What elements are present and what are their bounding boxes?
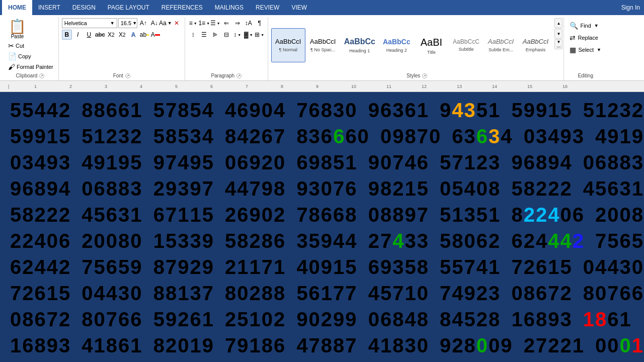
justify-button[interactable]: ⊟ <box>221 30 231 40</box>
select-arrow: ▼ <box>597 47 601 52</box>
tab-bar: HOME INSERT DESIGN PAGE LAYOUT REFERENCE… <box>0 0 644 15</box>
decrease-font-size-button[interactable]: A↓ <box>149 18 159 28</box>
styles-group: AaBbCcI ¶ Normal AaBbCcI ¶ No Spac... Aa… <box>268 17 565 80</box>
styles-label: Styles <box>407 73 420 78</box>
styles-scroll-down[interactable]: ▼ <box>554 29 562 39</box>
ruler-mark-11: 11 <box>386 84 391 89</box>
replace-icon: ⇄ <box>570 34 576 42</box>
shading-button[interactable]: ▓▼ <box>244 30 254 40</box>
increase-font-size-button[interactable]: A↑ <box>138 18 148 28</box>
style-title-preview: AaBI <box>421 36 442 49</box>
paste-label: Paste <box>11 34 24 39</box>
editing-label: Editing <box>578 73 593 78</box>
increase-indent-button[interactable]: ⇒ <box>232 18 243 28</box>
tab-design[interactable]: DESIGN <box>66 0 102 15</box>
doc-line: 59915 51232 58534 84267 836660 09870 636… <box>10 123 634 149</box>
tab-references[interactable]: REFERENCES <box>155 0 209 15</box>
paragraph-group-label: Paragraph ↗ <box>188 72 265 80</box>
paste-button[interactable]: 📋 Paste <box>5 18 30 41</box>
copy-label: Copy <box>18 53 31 59</box>
font-name-value: Helvetica <box>64 20 87 26</box>
style-subtitle-label: Subtitle <box>458 47 473 52</box>
tab-insert[interactable]: INSERT <box>32 0 66 15</box>
style-subtle-em-preview: AaBbCcI <box>488 38 514 46</box>
styles-scroll: ▲ ▼ ▼— <box>554 18 562 72</box>
ribbon: 📋 Paste ✂ Cut 📄 Copy 🖌 Format Painter <box>0 15 644 81</box>
bold-button[interactable]: B <box>62 30 72 40</box>
style-emphasis[interactable]: AaBbCcI Emphasis <box>518 28 552 62</box>
align-left-button[interactable]: ⫶ <box>188 30 198 40</box>
style-heading2-preview: AaBbCc <box>383 37 410 46</box>
ruler-content: | 1 2 3 4 5 6 7 8 9 10 11 12 13 14 15 16 <box>4 81 640 92</box>
font-name-selector[interactable]: Helvetica ▼ <box>62 18 117 28</box>
subscript-button[interactable]: X2 <box>106 30 116 40</box>
text-effect-button[interactable]: A <box>128 30 138 40</box>
sign-in[interactable]: Sign In <box>621 4 644 11</box>
replace-button[interactable]: ⇄ Replace <box>567 32 604 43</box>
format-painter-button[interactable]: 🖌 Format Painter <box>6 62 55 72</box>
ruler-mark-13: 13 <box>457 84 462 89</box>
find-label: Find <box>580 23 591 29</box>
doc-line: 96894 06883 29397 44798 93076 98215 0540… <box>10 175 634 202</box>
style-normal-label: ¶ Normal <box>279 47 297 52</box>
ruler-mark-9: 9 <box>316 84 318 89</box>
text-highlight-button[interactable]: ab <box>139 30 149 40</box>
find-button[interactable]: 🔍 Find ▼ <box>567 20 604 31</box>
superscript-button[interactable]: X2 <box>117 30 127 40</box>
sort-button[interactable]: ↕A <box>244 18 254 28</box>
styles-expand[interactable]: ↗ <box>422 73 427 78</box>
font-expand[interactable]: ↗ <box>125 73 130 78</box>
ruler-mark-1: 1 <box>34 84 37 89</box>
style-title[interactable]: AaBI Title <box>414 28 448 62</box>
strikethrough-button[interactable]: abc <box>95 30 105 40</box>
decrease-indent-button[interactable]: ⇐ <box>221 18 231 28</box>
binoculars-icon: 🔍 <box>570 22 578 30</box>
styles-group-label: Styles ↗ <box>271 72 563 80</box>
font-color-button[interactable]: A <box>150 30 160 40</box>
styles-scroll-up[interactable]: ▲ <box>554 18 562 28</box>
doc-line: 58222 45631 67115 26902 78668 08897 5135… <box>10 202 634 228</box>
tab-home[interactable]: HOME <box>2 0 32 15</box>
style-normal[interactable]: AaBbCcI ¶ Normal <box>271 28 305 62</box>
clipboard-expand[interactable]: ↗ <box>39 73 44 78</box>
borders-button[interactable]: ⊞▼ <box>255 30 265 40</box>
doc-line: 22406 20080 15339 58286 35944 27433 5806… <box>10 228 634 254</box>
document-area[interactable]: 55442 88661 57854 46904 76830 96361 9435… <box>0 92 644 362</box>
font-size-selector[interactable]: 16.5 ▼ <box>118 18 137 28</box>
tab-mailings[interactable]: MAILINGS <box>209 0 250 15</box>
cut-button[interactable]: ✂ Cut <box>6 41 55 51</box>
align-right-button[interactable]: ⫸ <box>210 30 220 40</box>
font-row2: B I U abc X2 X2 A ab A <box>62 30 182 40</box>
copy-button[interactable]: 📄 Copy <box>6 51 55 61</box>
paragraph-expand[interactable]: ↗ <box>236 73 242 78</box>
style-subtitle[interactable]: AaBbCcC Subtitle <box>449 28 483 62</box>
underline-button[interactable]: U <box>84 30 94 40</box>
style-normal-preview: AaBbCcI <box>275 38 301 46</box>
show-marks-button[interactable]: ¶ <box>255 18 265 28</box>
align-center-button[interactable]: ☰ <box>199 30 209 40</box>
numbering-button[interactable]: 1≡▼ <box>199 18 209 28</box>
style-subtle-em-label: Subtle Em... <box>489 47 513 52</box>
select-button[interactable]: ▦ Select ▼ <box>567 44 604 55</box>
ruler-mark-4: 4 <box>140 84 142 89</box>
change-case-button[interactable]: Aa▼ <box>160 18 171 28</box>
italic-button[interactable]: I <box>73 30 83 40</box>
style-subtle-em[interactable]: AaBbCcI Subtle Em... <box>484 28 518 62</box>
font-group: Helvetica ▼ 16.5 ▼ A↑ A↓ Aa▼ ✕ B I <box>59 17 185 80</box>
line-spacing-button[interactable]: ↕▼ <box>232 30 243 40</box>
tab-view[interactable]: VIEW <box>285 0 313 15</box>
styles-expand-btn[interactable]: ▼— <box>554 39 562 49</box>
ruler: | 1 2 3 4 5 6 7 8 9 10 11 12 13 14 15 16 <box>0 81 644 92</box>
style-no-spacing[interactable]: AaBbCcI ¶ No Spac... <box>306 28 340 62</box>
para-label: Paragraph <box>211 73 234 78</box>
tab-review[interactable]: REVIEW <box>250 0 285 15</box>
style-heading1[interactable]: AaBbCc Heading 1 <box>341 28 379 62</box>
tab-page-layout[interactable]: PAGE LAYOUT <box>102 0 155 15</box>
ruler-mark-12: 12 <box>422 84 427 89</box>
style-heading2[interactable]: AaBbCc Heading 2 <box>379 28 414 62</box>
multilevel-button[interactable]: ☰▼ <box>210 18 220 28</box>
clear-formatting-button[interactable]: ✕ <box>172 18 182 28</box>
style-emphasis-preview: AaBbCcI <box>523 38 548 46</box>
paste-icon: 📋 <box>9 20 26 34</box>
bullets-button[interactable]: ≡▼ <box>188 18 198 28</box>
